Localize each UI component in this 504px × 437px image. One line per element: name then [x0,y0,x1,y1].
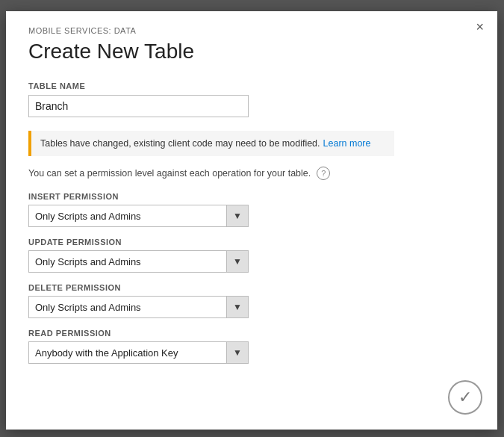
dialog-title: Create New Table [28,40,475,63]
permission-desc-text: You can set a permission level against e… [28,168,311,179]
close-button[interactable]: × [471,19,488,35]
dialog: × MOBILE SERVICES: DATA Create New Table… [6,11,497,430]
learn-more-link[interactable]: Learn more [323,138,371,149]
overlay: × MOBILE SERVICES: DATA Create New Table… [0,0,504,437]
delete-permission-label: DELETE PERMISSION [28,283,475,292]
delete-permission-wrapper: Only Scripts and Admins Anybody with the… [28,296,249,318]
help-icon[interactable]: ? [317,167,330,180]
insert-permission-wrapper: Only Scripts and Admins Anybody with the… [28,205,249,227]
table-name-input[interactable] [28,95,249,117]
table-name-label: TABLE NAME [28,81,475,90]
dialog-content: MOBILE SERVICES: DATA Create New Table T… [6,11,497,389]
update-permission-group: UPDATE PERMISSION Only Scripts and Admin… [28,238,475,273]
insert-permission-group: INSERT PERMISSION Only Scripts and Admin… [28,192,475,227]
insert-permission-select[interactable]: Only Scripts and Admins Anybody with the… [28,205,249,227]
insert-permission-label: INSERT PERMISSION [28,192,475,201]
read-permission-select[interactable]: Only Scripts and Admins Anybody with the… [28,341,249,364]
warning-box: Tables have changed, existing client cod… [28,131,394,156]
delete-permission-group: DELETE PERMISSION Only Scripts and Admin… [28,283,475,318]
read-permission-wrapper: Only Scripts and Admins Anybody with the… [28,341,249,364]
warning-text: Tables have changed, existing client cod… [40,138,320,149]
confirm-button[interactable]: ✓ [448,380,482,415]
update-permission-wrapper: Only Scripts and Admins Anybody with the… [28,250,249,273]
dialog-subtitle: MOBILE SERVICES: DATA [28,26,475,35]
read-permission-label: READ PERMISSION [28,329,475,338]
update-permission-select[interactable]: Only Scripts and Admins Anybody with the… [28,250,249,273]
read-permission-group: READ PERMISSION Only Scripts and Admins … [28,329,475,364]
delete-permission-select[interactable]: Only Scripts and Admins Anybody with the… [28,296,249,318]
update-permission-label: UPDATE PERMISSION [28,238,475,247]
permission-description: You can set a permission level against e… [28,167,475,180]
